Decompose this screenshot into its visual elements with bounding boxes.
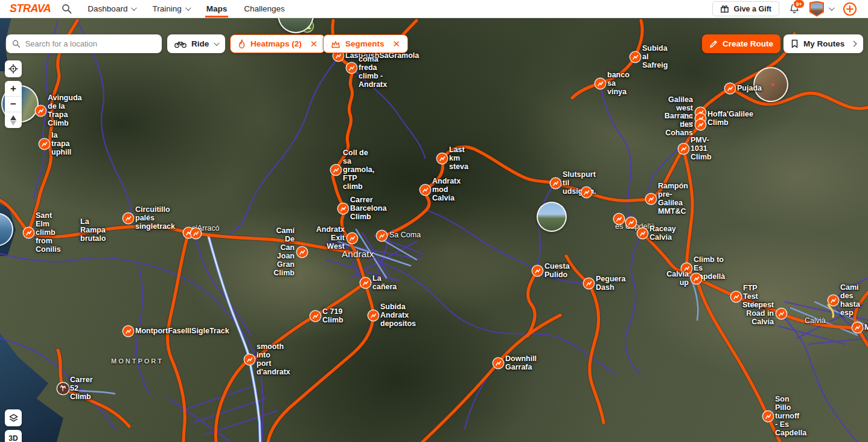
segment-label[interactable]: Subida Andratx depositos [380, 303, 416, 328]
segment-label[interactable]: Downhill Garrafa [505, 354, 537, 371]
segment-label[interactable]: smooth into port d'andratx [257, 342, 290, 376]
map-layers-button[interactable] [5, 409, 22, 426]
give-a-gift-button[interactable]: Give a Gift [712, 1, 779, 16]
segment-label[interactable]: Sant Elm climb from Conilis [36, 211, 61, 254]
climb-segment-marker[interactable] [626, 217, 636, 228]
climb-segment-marker[interactable] [731, 292, 741, 302]
segment-label[interactable]: Cuesta Pulido [544, 262, 570, 279]
climb-segment-marker[interactable] [24, 228, 34, 238]
photo-marker[interactable] [537, 202, 567, 232]
climb-segment-marker[interactable] [123, 213, 133, 223]
segment-label[interactable]: Andratx mod Calvia [432, 177, 461, 202]
segment-label[interactable]: La Rampa brutalo [80, 217, 106, 243]
segment-label[interactable]: Raceay Calvia [649, 225, 676, 242]
climb-segment-marker[interactable] [584, 278, 594, 289]
segment-label[interactable]: Andratx Exit West [316, 225, 345, 251]
climb-segment-marker[interactable] [368, 310, 378, 321]
close-icon[interactable]: ✕ [393, 39, 401, 48]
segment-label[interactable]: la trapa uphill [51, 131, 71, 156]
climb-segment-marker[interactable] [244, 354, 255, 365]
climb-segment-marker[interactable] [630, 52, 640, 62]
climb-segment-marker[interactable] [852, 322, 863, 333]
segment-label[interactable]: Steepest Road in Calvia [742, 301, 774, 326]
segment-label[interactable]: Subida al Safreig [642, 44, 668, 69]
segment-label[interactable]: banco sa vinya [607, 71, 630, 96]
climb-segment-marker[interactable] [678, 144, 689, 154]
activity-type-button[interactable]: Ride [167, 34, 225, 53]
segment-label[interactable]: C 719 Climb [322, 307, 343, 324]
climb-segment-marker[interactable] [331, 165, 341, 175]
climb-segment-marker[interactable] [310, 311, 321, 321]
climb-segment-marker[interactable] [725, 83, 735, 94]
segment-label[interactable]: Last km steva [449, 146, 468, 171]
nav-item-challenges[interactable]: Challenges [237, 0, 292, 18]
climb-segment-marker[interactable] [123, 326, 133, 336]
climb-segment-marker[interactable] [437, 153, 447, 164]
segment-label[interactable]: Cami des hasta esp [840, 283, 860, 317]
climb-segment-marker[interactable] [614, 214, 624, 224]
heatmaps-filter-chip[interactable]: Heatmaps (2) ✕ [230, 34, 325, 53]
segment-label[interactable]: Carrer 52 Climb [70, 376, 93, 401]
profile-menu[interactable] [809, 1, 833, 17]
3d-toggle-button[interactable]: 3D [5, 430, 22, 442]
climb-segment-marker[interactable] [828, 295, 838, 306]
town-label: Calvià [805, 316, 826, 325]
climb-segment-marker[interactable] [581, 187, 592, 197]
segment-label[interactable]: Camí De Can Joan Gran Climb [273, 226, 295, 277]
climb-segment-marker[interactable] [493, 358, 503, 368]
climb-segment-marker[interactable] [346, 63, 357, 73]
close-icon[interactable]: ✕ [310, 39, 318, 48]
zoom-in-button[interactable]: + [5, 81, 22, 97]
compass-button[interactable] [5, 112, 22, 128]
climb-segment-marker[interactable] [646, 194, 656, 204]
climb-segment-marker[interactable] [297, 247, 307, 257]
climb-segment-marker[interactable] [691, 274, 701, 284]
climb-segment-marker[interactable] [763, 411, 773, 421]
tree-segment-marker[interactable] [57, 383, 69, 394]
climb-segment-marker[interactable] [360, 278, 371, 288]
climb-segment-marker[interactable] [39, 139, 49, 149]
climb-segment-marker[interactable] [377, 231, 387, 241]
compass-north-needle [10, 115, 16, 120]
segment-label[interactable]: Avinguda de la Trapa Climb [48, 94, 81, 127]
segment-label[interactable]: MontportFaselllSigleTrack [135, 327, 229, 335]
nav-item-training[interactable]: Training [145, 0, 196, 18]
zoom-out-button[interactable]: − [5, 97, 22, 112]
segment-label[interactable]: PMV-1031 Climb [691, 136, 712, 161]
segment-label[interactable]: Carrer Barcelona Climb [350, 196, 386, 221]
climb-segment-marker[interactable] [347, 233, 357, 243]
climb-segment-marker[interactable] [695, 120, 706, 130]
segment-label[interactable]: Son Pillo turnoff - Es Capdella [775, 395, 806, 437]
search-icon[interactable] [62, 4, 72, 14]
segments-filter-chip[interactable]: Segments ✕ [323, 34, 408, 53]
climb-segment-marker[interactable] [595, 78, 605, 89]
create-route-button[interactable]: Create Route [702, 34, 780, 53]
search-input[interactable] [25, 39, 156, 48]
add-button[interactable] [843, 2, 857, 16]
climb-segment-marker[interactable] [532, 266, 543, 276]
segment-label[interactable]: M [864, 323, 868, 332]
notifications-bell[interactable]: 9+ [789, 3, 800, 14]
climb-segment-marker[interactable] [637, 228, 648, 239]
nav-item-maps[interactable]: Maps [199, 0, 235, 18]
location-search[interactable] [6, 34, 162, 53]
segment-label[interactable]: La cañera [372, 274, 397, 291]
nav-item-dashboard[interactable]: Dashboard [80, 0, 142, 18]
segment-label[interactable]: Pujada [737, 84, 762, 92]
strava-logo[interactable]: STRAVA [10, 2, 51, 15]
segment-label[interactable]: Barranc des Cohans [665, 112, 693, 137]
climb-segment-marker[interactable] [191, 228, 201, 239]
segment-label[interactable]: Hoffa'Galilee Climb [707, 110, 753, 127]
my-routes-button[interactable]: My Routes [783, 34, 863, 53]
segment-label[interactable]: Calvia up [666, 270, 689, 287]
segment-label[interactable]: Peguera Dash [596, 275, 625, 292]
segment-label[interactable]: Circuitillo palés singletrack [135, 205, 175, 231]
climb-segment-marker[interactable] [338, 203, 348, 214]
segment-label[interactable]: Coll de sa gramola, FTP climb [343, 149, 374, 191]
climb-segment-marker[interactable] [420, 185, 430, 195]
segment-label[interactable]: Rampón pre- Galilea MMT&C [658, 182, 688, 216]
climb-segment-marker[interactable] [36, 106, 46, 116]
climb-segment-marker[interactable] [550, 178, 561, 188]
climb-segment-marker[interactable] [776, 309, 787, 319]
locate-button[interactable] [5, 60, 22, 77]
